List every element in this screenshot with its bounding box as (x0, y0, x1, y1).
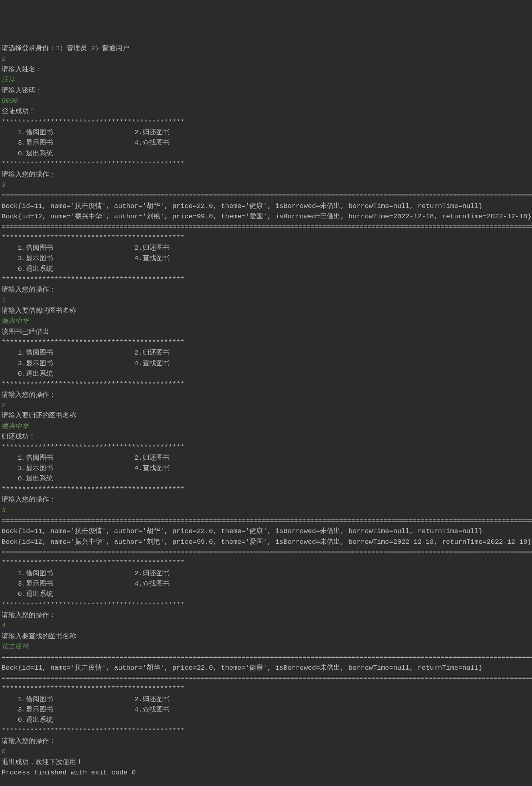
console-user-input: 振兴中华 (2, 421, 530, 432)
console-output-line: 登陆成功！ (2, 106, 530, 117)
console-output-line: ========================================… (2, 673, 530, 684)
console-output-line: 1.借阅图书 2.归还图书 (2, 243, 530, 253)
console-user-input: 4 (2, 621, 530, 631)
console-user-input: 振兴中华 (2, 316, 530, 327)
console-user-input: 抗击疫情 (2, 642, 530, 652)
console-output-line: ****************************************… (2, 442, 530, 453)
console-output-line: 退出成功，欢迎下次使用！ (2, 757, 530, 768)
console-output-line: 请选择登录身份：1）管理员 2）普通用户 (2, 43, 530, 54)
console-output-line: ****************************************… (2, 233, 530, 243)
console-output-line: ========================================… (2, 222, 530, 232)
console-user-input: 3 (2, 180, 530, 190)
console-user-input: 0 (2, 747, 530, 757)
console-output-line: 请输入您的操作： (2, 495, 530, 505)
console-output-line: 请输入您的操作： (2, 390, 530, 400)
console-output-line: Book{id=12, name='振兴中华', author='刘艳', pr… (2, 212, 530, 222)
console-output-line: 3.显示图书 4.查找图书 (2, 253, 530, 264)
console-output-line: ****************************************… (2, 337, 530, 348)
console-output-line: 3.显示图书 4.查找图书 (2, 579, 530, 589)
console-output-line: Book{id=11, name='抗击疫情', author='胡华', pr… (2, 663, 530, 673)
console-output-line: 1.借阅图书 2.归还图书 (2, 568, 530, 579)
console-output-line: 0.退出系统 (2, 589, 530, 600)
console-output-line: ****************************************… (2, 684, 530, 694)
console-output-line: Book{id=11, name='抗击疫情', author='胡华', pr… (2, 526, 530, 537)
console-user-input: 9090 (2, 96, 530, 106)
console-output-line: 0.退出系统 (2, 264, 530, 274)
console-output-line: 请输入要借阅的图书名称 (2, 306, 530, 316)
console-output-line: ****************************************… (2, 274, 530, 285)
console-output-line: ****************************************… (2, 379, 530, 390)
console-output-line: 3.显示图书 4.查找图书 (2, 705, 530, 715)
console-output-line: 0.退出系统 (2, 369, 530, 379)
console-output[interactable]: 请选择登录身份：1）管理员 2）普通用户2请输入姓名：汪洋请输入密码：9090登… (2, 43, 530, 778)
console-output-line: 请输入密码： (2, 86, 530, 96)
console-output-line: ****************************************… (2, 117, 530, 127)
console-output-line: ****************************************… (2, 159, 530, 169)
console-output-line: 3.显示图书 4.查找图书 (2, 138, 530, 148)
console-output-line: ========================================… (2, 516, 530, 526)
console-output-line: 1.借阅图书 2.归还图书 (2, 348, 530, 358)
console-output-line: ****************************************… (2, 558, 530, 568)
console-user-input: 1 (2, 296, 530, 306)
console-output-line: 归还成功！ (2, 432, 530, 442)
console-output-line: ****************************************… (2, 600, 530, 610)
console-output-line: Process finished with exit code 0 (2, 768, 530, 778)
console-output-line: 请输入您的操作： (2, 610, 530, 621)
console-output-line: 0.退出系统 (2, 715, 530, 725)
console-output-line: 0.退出系统 (2, 474, 530, 484)
console-output-line: Book{id=11, name='抗击疫情', author='胡华', pr… (2, 201, 530, 212)
console-output-line: 请输入您的操作： (2, 285, 530, 295)
console-output-line: ****************************************… (2, 484, 530, 495)
console-output-line: 3.显示图书 4.查找图书 (2, 463, 530, 474)
console-output-line: 请输入您的操作： (2, 736, 530, 747)
console-user-input: 汪洋 (2, 75, 530, 85)
console-user-input: 2 (2, 54, 530, 65)
console-output-line: 请输入姓名： (2, 65, 530, 75)
console-output-line: ========================================… (2, 652, 530, 663)
console-output-line: ========================================… (2, 547, 530, 558)
console-output-line: ========================================… (2, 190, 530, 201)
console-output-line: 3.显示图书 4.查找图书 (2, 359, 530, 369)
console-output-line: ****************************************… (2, 726, 530, 736)
console-output-line: 请输入要归还的图书名称 (2, 411, 530, 421)
console-output-line: 1.借阅图书 2.归还图书 (2, 127, 530, 138)
console-output-line: 请输入要查找的图书名称 (2, 631, 530, 642)
console-output-line: 0.退出系统 (2, 149, 530, 159)
console-output-line: 1.借阅图书 2.归还图书 (2, 694, 530, 705)
console-output-line: 该图书已经借出 (2, 327, 530, 337)
console-output-line: 1.借阅图书 2.归还图书 (2, 453, 530, 463)
console-user-input: 2 (2, 400, 530, 411)
console-output-line: Book{id=12, name='振兴中华', author='刘艳', pr… (2, 537, 530, 547)
console-output-line: 请输入您的操作： (2, 170, 530, 180)
console-user-input: 3 (2, 506, 530, 516)
